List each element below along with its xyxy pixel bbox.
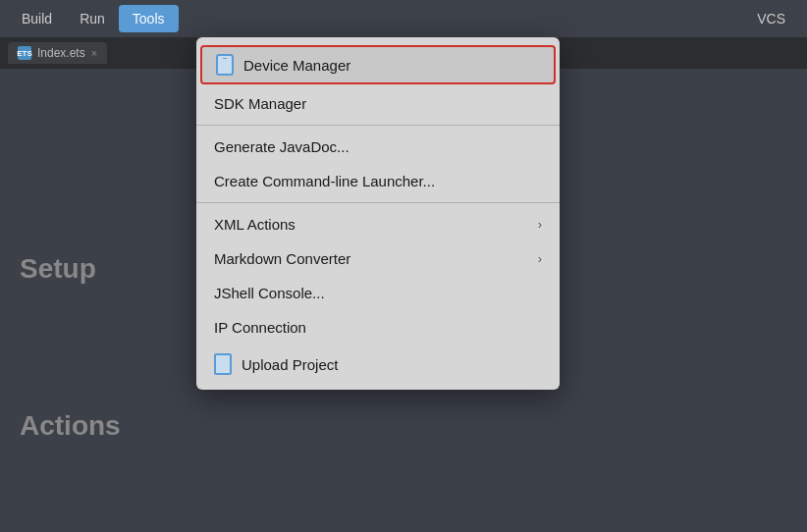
xml-actions-submenu-icon: ›: [538, 217, 542, 232]
menu-item-markdown-converter[interactable]: Markdown Converter ›: [196, 241, 560, 276]
device-manager-icon: [216, 54, 234, 76]
menu-tools[interactable]: Tools: [119, 5, 179, 32]
upload-project-icon: [214, 353, 232, 375]
menu-item-ip-connection[interactable]: IP Connection: [196, 310, 560, 345]
menu-vcs[interactable]: VCS: [743, 5, 799, 32]
generate-javadoc-label: Generate JavaDoc...: [214, 138, 542, 155]
separator-2: [196, 202, 560, 203]
tab-index-ets[interactable]: ETS Index.ets ×: [8, 42, 107, 64]
xml-actions-label: XML Actions: [214, 216, 528, 233]
bg-setup-text: Setup: [20, 253, 96, 285]
menu-item-upload-project[interactable]: Upload Project: [196, 345, 560, 384]
menu-item-xml-actions[interactable]: XML Actions ›: [196, 207, 560, 241]
menu-build[interactable]: Build: [8, 5, 66, 32]
markdown-converter-label: Markdown Converter: [214, 250, 528, 267]
markdown-converter-submenu-icon: ›: [538, 251, 542, 266]
tools-dropdown-menu: Device Manager SDK Manager Generate Java…: [196, 37, 560, 390]
tab-label: Index.ets: [37, 46, 85, 60]
tab-close-button[interactable]: ×: [91, 47, 97, 59]
upload-project-label: Upload Project: [242, 356, 542, 373]
ip-connection-label: IP Connection: [214, 319, 542, 336]
bg-actions-text: Actions: [20, 410, 121, 442]
menu-item-jshell-console[interactable]: JShell Console...: [196, 276, 560, 310]
sdk-manager-label: SDK Manager: [214, 95, 542, 112]
menu-item-device-manager[interactable]: Device Manager: [200, 45, 556, 84]
jshell-console-label: JShell Console...: [214, 285, 542, 301]
menu-run[interactable]: Run: [66, 5, 119, 32]
menu-item-create-launcher[interactable]: Create Command-line Launcher...: [196, 164, 560, 198]
menu-item-sdk-manager[interactable]: SDK Manager: [196, 86, 560, 121]
menu-item-generate-javadoc[interactable]: Generate JavaDoc...: [196, 130, 560, 164]
tab-file-icon: ETS: [18, 46, 31, 60]
separator-1: [196, 125, 560, 126]
create-launcher-label: Create Command-line Launcher...: [214, 173, 542, 189]
device-manager-label: Device Manager: [243, 57, 540, 74]
menu-bar: Build Run Tools VCS: [0, 0, 807, 37]
